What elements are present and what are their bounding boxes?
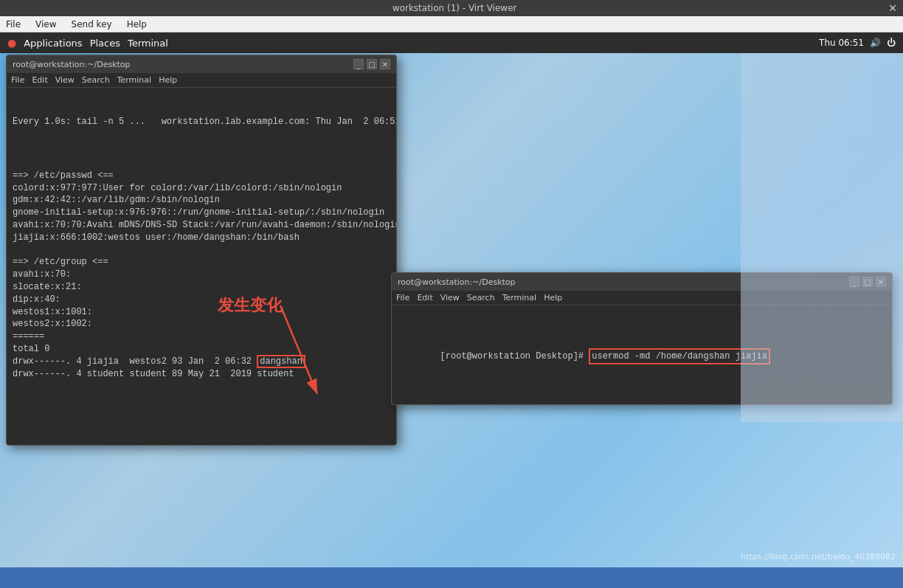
close-button[interactable]: ✕	[888, 2, 897, 14]
desktop-right-area	[741, 53, 903, 422]
t1-menu-file[interactable]: File	[11, 75, 24, 85]
watermark: https://blog.csdn.net/baidu_40389082	[741, 552, 896, 561]
t2-menu-file[interactable]: File	[396, 293, 409, 302]
t2-menu-search[interactable]: Search	[467, 293, 495, 302]
svg-line-1	[280, 305, 317, 394]
terminal1-minimize[interactable]: _	[353, 59, 364, 69]
t1-menu-view[interactable]: View	[55, 75, 75, 85]
terminal1-close[interactable]: ✕	[380, 59, 390, 69]
t1-menu-help[interactable]: Help	[159, 75, 177, 85]
places-label[interactable]: Places	[90, 38, 120, 49]
t2-menu-view[interactable]: View	[440, 293, 460, 302]
terminal1-titlebar: root@workstation:~/Desktop _ □ ✕	[7, 55, 396, 73]
watermark-text: https://blog.csdn.net/baidu_40389082	[741, 552, 896, 561]
menu-sendkey[interactable]: Send key	[69, 19, 115, 30]
t2-menu-help[interactable]: Help	[544, 293, 562, 302]
terminal2-title: root@workstation:~/Desktop	[398, 277, 516, 287]
t1-menu-search[interactable]: Search	[82, 75, 110, 85]
menu-help[interactable]: Help	[124, 19, 150, 30]
terminal-label[interactable]: Terminal	[128, 38, 168, 49]
t1-menu-edit[interactable]: Edit	[32, 75, 47, 85]
volume-icon[interactable]: 🔊	[870, 38, 881, 48]
apps-icon: ●	[7, 37, 16, 49]
watch-line: Every 1.0s: tail -n 5 ... workstation.la…	[13, 116, 390, 128]
terminal-window-1: root@workstation:~/Desktop _ □ ✕ File Ed…	[6, 55, 397, 446]
terminal1-title: root@workstation:~/Desktop	[13, 60, 131, 69]
terminal1-content: Every 1.0s: tail -n 5 ... workstation.la…	[7, 88, 396, 421]
t2-menu-terminal[interactable]: Terminal	[502, 293, 537, 302]
gnome-taskbar: ● Applications Places Terminal Thu 06:51…	[0, 32, 903, 53]
terminal1-menubar: File Edit View Search Terminal Help	[7, 73, 396, 88]
t2-menu-edit[interactable]: Edit	[417, 293, 432, 302]
annotation-arrow	[214, 298, 332, 405]
desktop: ● Applications Places Terminal Thu 06:51…	[0, 32, 903, 567]
virt-viewer-titlebar: workstation (1) - Virt Viewer ✕	[0, 0, 903, 16]
applications-label[interactable]: Applications	[24, 38, 82, 49]
virt-viewer-menubar: File View Send key Help	[0, 16, 903, 32]
menu-view[interactable]: View	[32, 19, 59, 30]
t1-menu-terminal[interactable]: Terminal	[117, 75, 152, 85]
terminal1-controls: _ □ ✕	[353, 59, 390, 69]
menu-file[interactable]: File	[3, 19, 24, 30]
terminal1-body: ==> /etc/passwd <== colord:x:977:977:Use…	[13, 157, 390, 392]
virt-viewer-title: workstation (1) - Virt Viewer	[21, 3, 888, 13]
taskbar-left: ● Applications Places Terminal	[7, 37, 168, 49]
terminal1-maximize[interactable]: □	[367, 59, 377, 69]
taskbar-time: Thu 06:51	[819, 38, 864, 48]
taskbar-right: Thu 06:51 🔊 ⏻	[819, 38, 896, 48]
power-icon[interactable]: ⏻	[887, 38, 896, 48]
terminal2-prompt1: [root@workstation Desktop]#	[440, 351, 589, 362]
